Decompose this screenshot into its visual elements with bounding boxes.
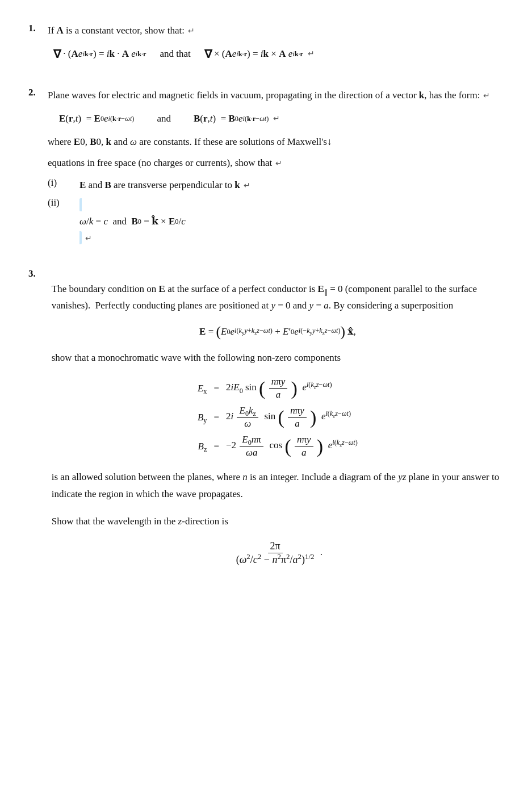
equals-1: = bbox=[97, 48, 107, 60]
A-bold-1: A bbox=[71, 48, 78, 60]
parallel-sub: ‖ bbox=[324, 288, 328, 296]
e-E: e bbox=[104, 113, 108, 124]
E-sup: E bbox=[199, 326, 206, 337]
B-formula: B(r, t) = B0ei(k·r−ωt) ↵ bbox=[194, 113, 280, 124]
By-fraction: E0kz ω bbox=[237, 405, 258, 429]
Bz-denom: ωa bbox=[244, 447, 260, 458]
Ex-close: ) bbox=[291, 378, 298, 399]
By-denom-2: a bbox=[292, 418, 302, 429]
E0-sup: E bbox=[221, 326, 227, 337]
By-lhs: By bbox=[194, 403, 211, 432]
return-arrow-i: ↵ bbox=[244, 181, 250, 190]
Bz-close: ) bbox=[317, 436, 323, 457]
omega-text: ω bbox=[130, 136, 137, 147]
part-i-line: (i) E and B are transverse perpendicular… bbox=[48, 177, 504, 194]
r-bold-B: r bbox=[203, 113, 208, 124]
return-arrow-1: ↵ bbox=[188, 26, 195, 35]
Bz-numer: E0nπ bbox=[240, 434, 263, 447]
part-ii-line: (ii) ω/k = c and B0 = k̂ × E0/c ↵ bbox=[48, 197, 504, 247]
By-eq: = bbox=[210, 403, 223, 432]
big-close-paren: ) bbox=[341, 324, 346, 339]
By-numer: E0kz bbox=[237, 405, 258, 418]
x-hat: x̂ bbox=[347, 326, 353, 337]
omega-ii: ω bbox=[79, 214, 86, 230]
khat-ii: k̂ bbox=[152, 214, 158, 230]
problem-1-text: If A is a constant vector, show that:↵ bbox=[48, 23, 504, 39]
e-sup1: e bbox=[231, 326, 235, 337]
problem-2-content: Plane waves for electric and magnetic fi… bbox=[48, 87, 504, 250]
r-bold-E: r bbox=[69, 113, 73, 124]
k-ii: k bbox=[89, 214, 94, 230]
E0-bold-text: E bbox=[74, 136, 80, 147]
problem-2-intro: Plane waves for electric and magnetic fi… bbox=[48, 87, 504, 104]
k-bold-1: k bbox=[109, 48, 114, 60]
cross-1: × ( bbox=[212, 48, 225, 60]
B-bold: B bbox=[194, 113, 200, 124]
B0-bold-ii: B bbox=[131, 214, 137, 230]
By-close: ) bbox=[310, 407, 316, 428]
e-B: e bbox=[238, 113, 243, 124]
EB-formula-row: E(r, t) = E0ei(k·r−ωt) and B(r, t) = B0e… bbox=[59, 113, 504, 124]
wavelength-formula: 2π (ω2/c2 − n2π2/a2)1/2 . bbox=[52, 540, 504, 566]
problem-2-parts: (i) E and B are transverse perpendicular… bbox=[48, 177, 504, 247]
Bz-fraction-2: nπy a bbox=[295, 434, 313, 458]
formula-1-left: ∇ · ( A e ik·r ) = i k · A e ik·r bbox=[53, 47, 146, 61]
c-ii: c bbox=[103, 214, 108, 230]
and-connector: and bbox=[157, 113, 171, 124]
Bz-row: Bz = −2 E0nπ ωa cos ( nπy a ) bbox=[194, 432, 361, 461]
Bz-rhs: −2 E0nπ ωa cos ( nπy a ) ei(kzz−ωt) bbox=[223, 432, 361, 461]
part-ii-formula: ω/k = c and B0 = k̂ × E0/c bbox=[79, 214, 504, 230]
space-e-2: e bbox=[286, 48, 292, 60]
nabla-dot-1: ∇ bbox=[53, 47, 61, 61]
problem-1: If A is a constant vector, show that:↵ ∇… bbox=[28, 23, 504, 69]
Ex-lhs: Ex bbox=[194, 374, 211, 403]
exp-sup1: i(kyy+kzz−ωt) bbox=[234, 331, 273, 333]
By-numer-2: nπy bbox=[288, 405, 307, 418]
problem-2: Plane waves for electric and magnetic fi… bbox=[28, 87, 504, 250]
Ex-denom: a bbox=[274, 389, 283, 400]
problem-3-para4: Show that the wavelength in the z-direct… bbox=[52, 513, 504, 530]
problem-3-para2: show that a monochromatic wave with the … bbox=[52, 349, 504, 366]
wavelength-denom: (ω2/c2 − n2π2/a2)1/2 bbox=[234, 553, 317, 566]
c-ii-2: c bbox=[181, 214, 186, 230]
problem-3-content: The boundary condition on E at the surfa… bbox=[52, 268, 504, 576]
z-italic: z bbox=[178, 516, 182, 527]
a-3: a bbox=[324, 300, 329, 311]
Ex-numer: nπy bbox=[269, 376, 288, 389]
By-denom: ω bbox=[242, 418, 253, 429]
t-italic-E: t bbox=[76, 113, 78, 124]
y-3a: y bbox=[271, 300, 275, 311]
By-open: ( bbox=[278, 407, 284, 428]
Bz-fraction: E0nπ ωa bbox=[240, 434, 263, 458]
By-fraction-2: nπy a bbox=[288, 405, 307, 429]
return-arrow-1b: ↵ bbox=[308, 49, 315, 59]
k-bold-i: k bbox=[234, 180, 240, 190]
components-table: Ex = 2iE0 sin ( nπy a ) ei(kzz−ωt) By bbox=[194, 374, 361, 461]
part-ii-content: ω/k = c and B0 = k̂ × E0/c ↵ bbox=[79, 197, 504, 247]
equals-2: = bbox=[250, 48, 261, 60]
problem-list: If A is a constant vector, show that:↵ ∇… bbox=[28, 23, 504, 250]
t-italic-B: t bbox=[210, 113, 213, 124]
Bz-numer-2: nπy bbox=[295, 434, 313, 447]
E0-bold-ii: E bbox=[169, 214, 175, 230]
By-row: By = 2i E0kz ω sin ( nπy a ) e bbox=[194, 403, 361, 432]
part-ii-label: (ii) bbox=[48, 197, 68, 208]
Ex-open: ( bbox=[259, 378, 265, 399]
problem-3-number: 3. bbox=[28, 268, 36, 576]
problem-2-where: where E0, B0, k and ω are constants. If … bbox=[48, 134, 504, 151]
problem-2-maxwells: equations in free space (no charges or c… bbox=[48, 155, 504, 172]
e-sup2: e bbox=[294, 326, 299, 337]
return-arrow-2c: ↵ bbox=[275, 158, 282, 168]
big-open-paren: ( bbox=[216, 324, 221, 339]
k-bold-text: k bbox=[106, 136, 111, 147]
Ex-rhs: 2iE0 sin ( nπy a ) ei(kzz−ωt) bbox=[223, 374, 361, 403]
part-ii-highlight: ω/k = c and B0 = k̂ × E0/c bbox=[79, 198, 504, 244]
formula-1-right: ∇ × ( A e ik·r ) = i k × A e ik·r ↵ bbox=[204, 47, 315, 61]
A-bold-2: A bbox=[225, 48, 232, 60]
Bz-eq: = bbox=[210, 432, 223, 461]
e-2: e bbox=[232, 48, 237, 60]
cross-sym-2: × bbox=[269, 48, 279, 60]
Ex-row: Ex = 2iE0 sin ( nπy a ) ei(kzz−ωt) bbox=[194, 374, 361, 403]
E-bold: E bbox=[59, 113, 65, 124]
space-e-1: e bbox=[129, 48, 136, 60]
